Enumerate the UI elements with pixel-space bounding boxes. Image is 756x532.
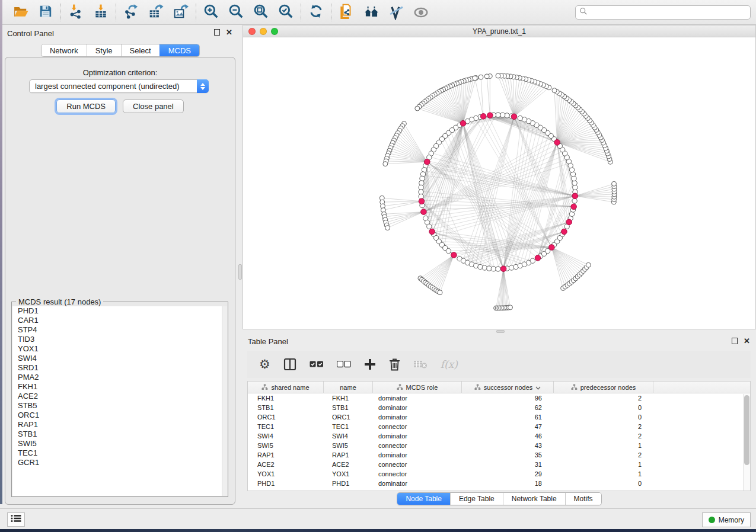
table-panel: Table Panel ✕ ⚙ f(x) shared namenameMCDS… <box>243 334 756 508</box>
mcds-result-item[interactable]: CAR1 <box>12 316 227 325</box>
import-table-button[interactable] <box>92 4 109 21</box>
column-header-shared-name[interactable]: shared name <box>248 382 324 393</box>
mcds-result-item[interactable]: ACE2 <box>12 392 227 401</box>
duplicate-network-button[interactable] <box>338 4 355 21</box>
table-row[interactable]: PHD1PHD1dominator180 <box>248 479 750 488</box>
eye-icon[interactable] <box>413 4 429 21</box>
mcds-result-item[interactable]: TID3 <box>12 335 227 344</box>
save-session-button[interactable] <box>37 4 54 21</box>
table-cell: RAP1 <box>324 450 373 460</box>
mcds-result-item[interactable]: PHD1 <box>12 306 227 316</box>
refresh-button[interactable] <box>308 4 324 21</box>
combo-stepper-icon <box>197 79 209 93</box>
export-table-button[interactable] <box>148 4 164 21</box>
mcds-result-item[interactable]: STB1 <box>12 430 227 439</box>
tab-network[interactable]: Network <box>42 44 87 56</box>
scrollbar-thumb[interactable] <box>744 395 749 465</box>
optimization-criterion-select[interactable]: largest connected component (undirected) <box>29 79 209 93</box>
splitter-handle[interactable] <box>496 330 505 333</box>
zoom-fit-button[interactable] <box>253 4 269 21</box>
run-mcds-button[interactable]: Run MCDS <box>56 100 116 113</box>
export-image-button[interactable] <box>173 4 189 21</box>
network-window-titlebar[interactable]: YPA_prune.txt_1 <box>243 25 755 37</box>
column-header-MCDS-role[interactable]: MCDS role <box>373 382 462 393</box>
tab-node-table[interactable]: Node Table <box>397 493 450 505</box>
mcds-result-item[interactable]: ORC1 <box>12 411 227 420</box>
close-panel-icon[interactable]: ✕ <box>744 338 750 344</box>
network-canvas[interactable] <box>243 37 755 329</box>
column-header-name[interactable]: name <box>324 382 373 393</box>
task-history-button[interactable] <box>7 512 25 527</box>
mcds-result-item[interactable]: TEC1 <box>12 448 227 458</box>
tab-edge-table[interactable]: Edge Table <box>450 493 503 505</box>
delete-icon[interactable] <box>389 356 400 373</box>
gear-icon[interactable]: ⚙ <box>259 356 270 373</box>
table-row[interactable]: TEC1TEC1connector472 <box>248 422 750 431</box>
memory-button[interactable]: Memory <box>702 512 751 527</box>
vizmapper-icon[interactable] <box>388 4 404 21</box>
split-columns-icon[interactable] <box>283 356 296 373</box>
import-network-icon <box>68 4 84 21</box>
table-cell: 31 <box>462 460 554 469</box>
add-icon[interactable] <box>364 356 376 373</box>
search-input[interactable] <box>588 7 750 18</box>
deselect-all-icon[interactable] <box>337 356 351 373</box>
table-cell: 1 <box>554 469 653 479</box>
zoom-selected-button[interactable] <box>277 4 294 21</box>
table-row[interactable]: YOX1YOX1connector291 <box>248 469 750 479</box>
open-session-button[interactable] <box>12 4 29 21</box>
table-row[interactable]: ORC1ORC1dominator610 <box>248 412 750 422</box>
function-builder-icon[interactable]: f(x) <box>441 356 458 373</box>
network-title: YPA_prune.txt_1 <box>243 27 755 36</box>
control-panel-tabs: Network Style Select MCDS <box>2 44 238 57</box>
mcds-result-item[interactable]: SWI5 <box>12 439 227 448</box>
table-row[interactable]: ACE2ACE2connector311 <box>248 460 750 469</box>
mcds-result-group: MCDS result (17 nodes) PHD1CAR1STP4TID3Y… <box>11 302 228 497</box>
float-panel-icon[interactable] <box>732 338 738 344</box>
delete-table-icon[interactable] <box>413 356 428 373</box>
column-header-successor-nodes[interactable]: successor nodes <box>462 382 554 393</box>
tab-select[interactable]: Select <box>121 44 160 56</box>
table-row[interactable]: SWI5SWI5connector431 <box>248 441 750 450</box>
zoom-in-button[interactable] <box>203 4 219 21</box>
tab-motifs[interactable]: Motifs <box>565 493 601 505</box>
tab-mcds[interactable]: MCDS <box>160 44 199 56</box>
mcds-result-list[interactable]: PHD1CAR1STP4TID3YOX1SWI4SRD1PMA2FKH1ACE2… <box>12 306 227 496</box>
mcds-result-item[interactable]: PMA2 <box>12 373 227 382</box>
table-cell: 1 <box>554 460 653 469</box>
zoom-out-button[interactable] <box>228 4 244 21</box>
export-network-button[interactable] <box>123 4 139 21</box>
table-row[interactable]: STB1STB1dominator620 <box>248 403 750 412</box>
import-network-button[interactable] <box>68 4 84 21</box>
column-header-predecessor-nodes[interactable]: predecessor nodes <box>554 382 653 393</box>
mcds-result-item[interactable]: GCR1 <box>12 458 227 467</box>
mcds-result-item[interactable]: SWI4 <box>12 354 227 363</box>
horizontal-splitter[interactable] <box>243 329 756 334</box>
table-scrollbar[interactable] <box>743 394 750 491</box>
mcds-result-item[interactable]: FKH1 <box>12 382 227 392</box>
vertical-splitter[interactable] <box>238 25 243 508</box>
mcds-result-item[interactable]: YOX1 <box>12 344 227 354</box>
table-row[interactable]: RAP1RAP1dominator352 <box>248 450 750 460</box>
table-cell: 1 <box>554 441 653 450</box>
tab-network-table[interactable]: Network Table <box>503 493 565 505</box>
close-panel-icon[interactable]: ✕ <box>226 29 232 36</box>
network-graph[interactable] <box>243 37 755 329</box>
table-cell: YOX1 <box>324 469 373 479</box>
mcds-result-item[interactable]: RAP1 <box>12 420 227 430</box>
table-row[interactable]: FKH1FKH1dominator962 <box>248 393 750 403</box>
mcds-result-item[interactable]: SRD1 <box>12 363 227 373</box>
mcds-tab-content: Optimization criterion: largest connecte… <box>5 57 235 505</box>
mcds-result-item[interactable]: STP4 <box>12 325 227 335</box>
float-panel-icon[interactable] <box>214 29 220 36</box>
select-all-icon[interactable] <box>310 356 324 373</box>
search-box[interactable] <box>575 5 751 20</box>
node-table[interactable]: shared namenameMCDS rolesuccessor nodesp… <box>247 381 751 491</box>
tab-style[interactable]: Style <box>87 44 121 56</box>
splitter-handle[interactable] <box>238 264 242 280</box>
mcds-list-scrollbar[interactable] <box>222 306 227 496</box>
table-row[interactable]: SWI4SWI4dominator462 <box>248 431 750 441</box>
homes-icon[interactable] <box>363 4 379 21</box>
close-panel-button[interactable]: Close panel <box>123 100 184 113</box>
mcds-result-item[interactable]: STB5 <box>12 401 227 411</box>
